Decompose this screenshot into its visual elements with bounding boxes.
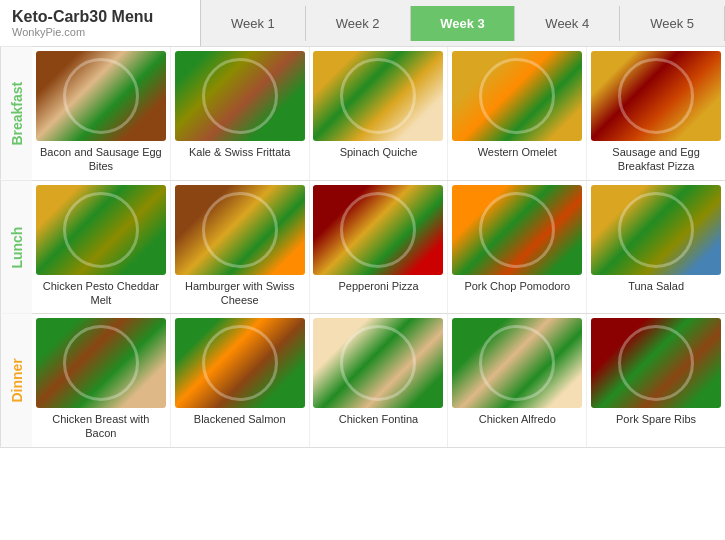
list-item[interactable]: Western Omelet (448, 47, 587, 180)
food-name: Sausage and Egg Breakfast Pizza (592, 145, 720, 174)
western-omelet-image (452, 51, 582, 141)
breakfast-row: Breakfast Bacon and Sausage Egg Bites Ka… (0, 47, 725, 181)
food-name: Spinach Quiche (340, 145, 418, 159)
food-name: Chicken Alfredo (479, 412, 556, 426)
food-name: Bacon and Sausage Egg Bites (37, 145, 165, 174)
food-name: Pepperoni Pizza (338, 279, 418, 293)
list-item[interactable]: Kale & Swiss Frittata (171, 47, 310, 180)
list-item[interactable]: Pepperoni Pizza (310, 181, 449, 314)
list-item[interactable]: Spinach Quiche (310, 47, 449, 180)
dinner-row: Dinner Chicken Breast with Bacon Blacken… (0, 314, 725, 448)
meal-grid: Breakfast Bacon and Sausage Egg Bites Ka… (0, 47, 725, 448)
pepperoni-image (313, 185, 443, 275)
chicken-alfredo-image (452, 318, 582, 408)
breakfast-items: Bacon and Sausage Egg Bites Kale & Swiss… (32, 47, 725, 180)
chicken-fontina-image (313, 318, 443, 408)
food-name: Western Omelet (478, 145, 557, 159)
list-item[interactable]: Pork Spare Ribs (587, 314, 725, 447)
list-item[interactable]: Chicken Alfredo (448, 314, 587, 447)
header: Keto-Carb30 Menu WonkyPie.com Week 1 Wee… (0, 0, 725, 47)
lunch-items: Chicken Pesto Cheddar Melt Hamburger wit… (32, 181, 725, 314)
header-title-block: Keto-Carb30 Menu WonkyPie.com (0, 0, 200, 46)
food-name: Pork Spare Ribs (616, 412, 696, 426)
sausage-pizza-image (591, 51, 721, 141)
week-tab-2[interactable]: Week 2 (306, 6, 411, 41)
breakfast-label: Breakfast (0, 47, 32, 180)
list-item[interactable]: Blackened Salmon (171, 314, 310, 447)
week-tabs: Week 1 Week 2 Week 3 Week 4 Week 5 (200, 0, 725, 46)
lunch-row: Lunch Chicken Pesto Cheddar Melt Hamburg… (0, 181, 725, 315)
week-tab-4[interactable]: Week 4 (515, 6, 620, 41)
list-item[interactable]: Hamburger with Swiss Cheese (171, 181, 310, 314)
app-subtitle: WonkyPie.com (12, 26, 188, 38)
week-tab-3[interactable]: Week 3 (411, 6, 516, 41)
week-tab-5[interactable]: Week 5 (620, 6, 725, 41)
list-item[interactable]: Chicken Fontina (310, 314, 449, 447)
food-name: Blackened Salmon (194, 412, 286, 426)
app-container: Keto-Carb30 Menu WonkyPie.com Week 1 Wee… (0, 0, 725, 448)
app-title: Keto-Carb30 Menu (12, 8, 188, 26)
list-item[interactable]: Tuna Salad (587, 181, 725, 314)
spinach-quiche-image (313, 51, 443, 141)
chicken-breast-image (36, 318, 166, 408)
food-name: Pork Chop Pomodoro (464, 279, 570, 293)
week-tab-1[interactable]: Week 1 (201, 6, 306, 41)
food-name: Chicken Pesto Cheddar Melt (37, 279, 165, 308)
lunch-label: Lunch (0, 181, 32, 314)
dinner-label: Dinner (0, 314, 32, 447)
list-item[interactable]: Bacon and Sausage Egg Bites (32, 47, 171, 180)
tuna-salad-image (591, 185, 721, 275)
food-name: Chicken Fontina (339, 412, 419, 426)
food-name: Kale & Swiss Frittata (189, 145, 290, 159)
chicken-pesto-image (36, 185, 166, 275)
dinner-items: Chicken Breast with Bacon Blackened Salm… (32, 314, 725, 447)
list-item[interactable]: Sausage and Egg Breakfast Pizza (587, 47, 725, 180)
hamburger-image (175, 185, 305, 275)
list-item[interactable]: Chicken Pesto Cheddar Melt (32, 181, 171, 314)
pork-ribs-image (591, 318, 721, 408)
list-item[interactable]: Chicken Breast with Bacon (32, 314, 171, 447)
food-name: Tuna Salad (628, 279, 684, 293)
blackened-salmon-image (175, 318, 305, 408)
food-name: Chicken Breast with Bacon (37, 412, 165, 441)
food-name: Hamburger with Swiss Cheese (176, 279, 304, 308)
kale-frittata-image (175, 51, 305, 141)
list-item[interactable]: Pork Chop Pomodoro (448, 181, 587, 314)
bacon-egg-image (36, 51, 166, 141)
pork-chop-image (452, 185, 582, 275)
